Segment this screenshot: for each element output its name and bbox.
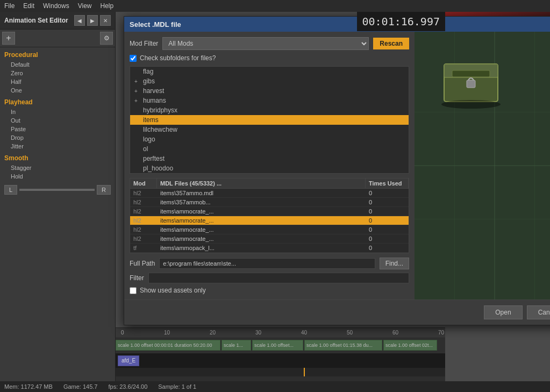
svg-rect-10 bbox=[467, 80, 475, 88]
smooth-header[interactable]: Smooth bbox=[0, 153, 115, 163]
close-button[interactable]: ✕ bbox=[100, 15, 111, 26]
check-subfolders-row: Check subfolders for files? bbox=[130, 54, 409, 62]
procedural-header[interactable]: Procedural bbox=[0, 49, 115, 60]
file-row-0[interactable]: hl2 items\357ammo.mdl 0 bbox=[130, 189, 409, 198]
find-button[interactable]: Find... bbox=[380, 258, 409, 269]
menu-windows[interactable]: Windows bbox=[43, 2, 69, 10]
playhead-header[interactable]: Playhead bbox=[0, 97, 115, 108]
file-table-header: Mod MDL Files (45/5332) ... Times Used bbox=[130, 179, 409, 189]
timeline-clip-0[interactable]: scale 1.00 offset 00:00:01 duration 50:2… bbox=[116, 340, 220, 351]
tree-item-paste[interactable]: Paste bbox=[0, 125, 115, 133]
lr-slider[interactable] bbox=[19, 189, 95, 191]
tree-gibs-label: gibs bbox=[143, 77, 155, 85]
timer-display: 00:01:16.997 bbox=[357, 12, 446, 31]
active-clip-label[interactable]: afd_E bbox=[118, 355, 139, 366]
right-button[interactable]: R bbox=[97, 185, 111, 195]
nav-fwd-button[interactable]: ▶ bbox=[87, 15, 98, 26]
col-timesused[interactable]: Times Used bbox=[366, 179, 409, 188]
tree-flag-label: flag bbox=[143, 68, 153, 75]
timeline-active-area: afd_E bbox=[116, 353, 445, 368]
full-path-input[interactable] bbox=[159, 258, 375, 269]
status-mem: Mem: 1172.47 MB bbox=[4, 383, 53, 390]
tree-item-in[interactable]: In bbox=[0, 108, 115, 116]
ruler-50: 50 bbox=[347, 330, 353, 336]
file-row-6[interactable]: tf items\ammopack_l... 0 bbox=[130, 244, 409, 253]
add-button[interactable]: + bbox=[2, 32, 15, 45]
col-mdlfiles[interactable]: MDL Files (45/5332) ... bbox=[157, 179, 366, 188]
left-button[interactable]: L bbox=[4, 185, 17, 195]
file-row-1[interactable]: hl2 items\357ammob... 0 bbox=[130, 198, 409, 207]
scrubber-line bbox=[304, 368, 305, 376]
tree-item-stagger[interactable]: Stagger bbox=[0, 163, 115, 172]
tree-hybridphysx-label: hybridphysx bbox=[143, 106, 177, 114]
timeline-clip-3[interactable]: scale 1.00 offset 01:15.38 du... bbox=[304, 340, 382, 351]
file-row-3[interactable]: hl2 items\ammocrate_... 0 bbox=[130, 216, 409, 225]
tree-flag[interactable]: flag bbox=[130, 67, 409, 76]
tree-logo[interactable]: logo bbox=[130, 134, 409, 144]
tree-humans[interactable]: + humans bbox=[130, 96, 409, 105]
tree-logo-label: logo bbox=[143, 136, 155, 143]
tree-lilchewchew-label: lilchewchew bbox=[143, 126, 177, 133]
menu-help[interactable]: Help bbox=[101, 2, 114, 10]
menu-edit[interactable]: Edit bbox=[23, 2, 34, 10]
file-row-7[interactable]: tf items\ammopack_... 0 bbox=[130, 253, 409, 253]
expand-icon-harvest: + bbox=[134, 88, 141, 94]
timeline-clip-4[interactable]: scale 1.00 offset 02t... bbox=[383, 340, 437, 351]
tree-harvest[interactable]: + harvest bbox=[130, 86, 409, 96]
tree-player[interactable]: + player bbox=[130, 173, 409, 174]
anim-editor-title: Animation Set Editor bbox=[4, 17, 68, 24]
tree-hybridphysx[interactable]: hybridphysx bbox=[130, 105, 409, 115]
dialog-titlebar: Select .MDL file ✕ bbox=[124, 17, 550, 32]
timeline-scrubber[interactable] bbox=[116, 368, 445, 376]
timeline-clip-1[interactable]: scale 1... bbox=[222, 340, 251, 351]
tree-item-one[interactable]: One bbox=[0, 86, 115, 95]
tree-item-default[interactable]: Default bbox=[0, 60, 115, 69]
svg-rect-9 bbox=[452, 70, 490, 77]
cell-file-7: items\ammopack_... bbox=[157, 253, 366, 253]
tree-item-out[interactable]: Out bbox=[0, 116, 115, 125]
cancel-button[interactable]: Cancel bbox=[527, 305, 550, 319]
menu-view[interactable]: View bbox=[78, 2, 92, 10]
open-button[interactable]: Open bbox=[484, 305, 522, 319]
filter-input[interactable] bbox=[148, 273, 409, 283]
cell-file-0: items\357ammo.mdl bbox=[157, 189, 366, 197]
col-mod[interactable]: Mod bbox=[130, 179, 157, 188]
status-bar: Mem: 1172.47 MB Game: 145.7 fps: 23.6/24… bbox=[0, 381, 550, 392]
tree-lilchewchew[interactable]: lilchewchew bbox=[130, 125, 409, 134]
dialog-buttons: Open Cancel bbox=[124, 300, 550, 325]
file-row-4[interactable]: hl2 items\ammocrate_... 0 bbox=[130, 225, 409, 234]
nav-back-button[interactable]: ◀ bbox=[74, 15, 85, 26]
tree-perftest[interactable]: perftest bbox=[130, 154, 409, 163]
menu-bar: File Edit Windows View Help bbox=[0, 0, 550, 12]
file-tree: flag + gibs + harvest + humans bbox=[130, 66, 409, 174]
settings-button[interactable]: ⚙ bbox=[100, 32, 113, 45]
tree-gibs[interactable]: + gibs bbox=[130, 76, 409, 86]
rescan-button[interactable]: Rescan bbox=[373, 38, 409, 49]
tree-items[interactable]: items bbox=[130, 115, 409, 125]
show-assets-checkbox[interactable] bbox=[130, 287, 137, 294]
tree-item-half[interactable]: Half bbox=[0, 77, 115, 86]
filter-row: Mod Filter All Mods Rescan bbox=[130, 37, 409, 50]
procedural-section: Procedural Default Zero Half One bbox=[0, 49, 115, 95]
tree-item-drop[interactable]: Drop bbox=[0, 133, 115, 142]
ruler-20: 20 bbox=[210, 330, 216, 336]
tree-item-jitter[interactable]: Jitter bbox=[0, 142, 115, 151]
dialog-title: Select .MDL file bbox=[130, 20, 181, 28]
tree-pl-hoodoo[interactable]: pl_hoodoo bbox=[130, 163, 409, 173]
cell-mod-6: tf bbox=[130, 244, 157, 252]
cell-file-2: items\ammocrate_... bbox=[157, 207, 366, 216]
cell-mod-1: hl2 bbox=[130, 198, 157, 206]
file-row-2[interactable]: hl2 items\ammocrate_... 0 bbox=[130, 207, 409, 216]
check-subfolders-checkbox[interactable] bbox=[130, 55, 137, 62]
mod-filter-select[interactable]: All Mods bbox=[162, 37, 369, 50]
anim-editor-header: Animation Set Editor ◀ ▶ ✕ bbox=[0, 12, 115, 30]
dialog-body: Mod Filter All Mods Rescan Check subfold… bbox=[124, 32, 550, 300]
tree-item-zero[interactable]: Zero bbox=[0, 69, 115, 77]
tree-item-hold[interactable]: Hold bbox=[0, 172, 115, 181]
tree-ol[interactable]: ol bbox=[130, 144, 409, 154]
cell-times-0: 0 bbox=[366, 189, 409, 197]
timeline-clip-2[interactable]: scale 1.00 offset... bbox=[252, 340, 303, 351]
file-row-5[interactable]: hl2 items\ammocrate_... 0 bbox=[130, 234, 409, 244]
menu-file[interactable]: File bbox=[4, 2, 15, 10]
preview-3d bbox=[415, 32, 550, 300]
